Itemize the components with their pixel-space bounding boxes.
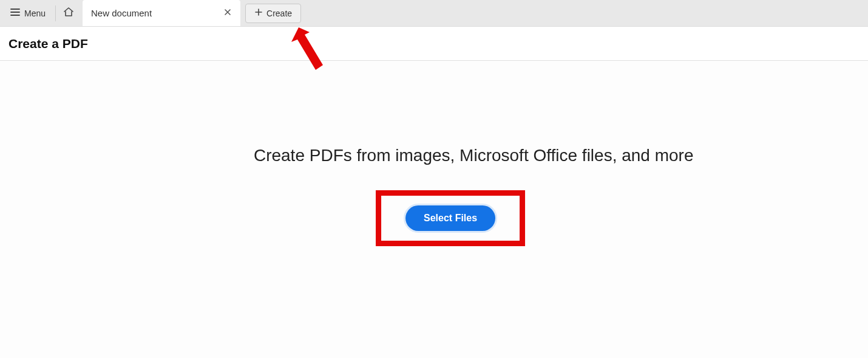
title-bar: Create a PDF	[0, 27, 868, 61]
home-icon	[63, 6, 75, 21]
tab-title: New document	[91, 8, 152, 18]
content-area: Create PDFs from images, Microsoft Offic…	[0, 61, 868, 358]
topbar: Menu New document Create	[0, 0, 868, 27]
menu-label: Menu	[24, 9, 46, 18]
hamburger-icon	[10, 7, 21, 19]
create-button[interactable]: Create	[245, 4, 301, 23]
home-button[interactable]	[56, 0, 81, 26]
main-heading: Create PDFs from images, Microsoft Offic…	[254, 146, 694, 165]
close-icon[interactable]	[223, 8, 232, 18]
select-highlight-box: Select Files	[376, 190, 525, 246]
create-label: Create	[266, 9, 292, 18]
select-files-button[interactable]: Select Files	[405, 205, 495, 231]
plus-icon	[254, 8, 263, 18]
document-tab[interactable]: New document	[83, 0, 240, 26]
menu-button[interactable]: Menu	[0, 0, 55, 26]
page-title: Create a PDF	[8, 36, 88, 51]
